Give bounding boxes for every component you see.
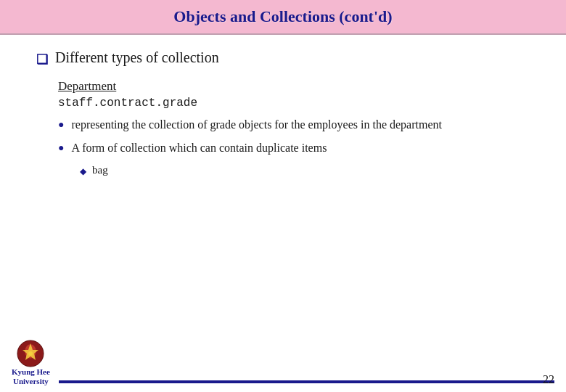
page-number: 22 [543,373,554,386]
sub-sub-bullet-icon: ◆ [80,166,86,177]
sub-bullet-2-icon: ● [58,142,64,154]
department-label: Department [58,79,530,94]
sub-bullet-1: ● representing the collection of grade o… [58,117,530,133]
staff-contract-grade: staff.contract.grade [58,97,530,110]
main-bullet: ❑ Different types of collection [36,49,530,68]
university-logo [17,340,44,367]
footer-line-container [59,380,554,386]
sub-sub-bullet-1: ◆ bag [80,164,530,177]
main-bullet-text: Different types of collection [55,49,219,66]
main-bullet-icon: ❑ [36,52,48,68]
sub-bullet-1-icon: ● [58,119,64,131]
svg-point-3 [28,351,33,356]
footer-line [59,380,554,383]
sub-bullet-2: ● A form of collection which can contain… [58,140,530,156]
footer: Kyung Hee University [0,334,566,392]
sub-sub-bullet-text: bag [92,164,108,176]
university-name: Kyung Hee University [12,367,50,386]
content-area: ❑ Different types of collection Departme… [0,35,566,197]
sub-bullet-1-text: representing the collection of grade obj… [71,117,441,133]
department-section: Department staff.contract.grade ● repres… [58,79,530,177]
title-bar: Objects and Collections (cont'd) [0,0,566,35]
slide-title: Objects and Collections (cont'd) [173,7,392,25]
slide-container: Objects and Collections (cont'd) ❑ Diffe… [0,0,566,392]
sub-bullet-2-text: A form of collection which can contain d… [71,140,327,156]
logo-area: Kyung Hee University [12,340,50,386]
